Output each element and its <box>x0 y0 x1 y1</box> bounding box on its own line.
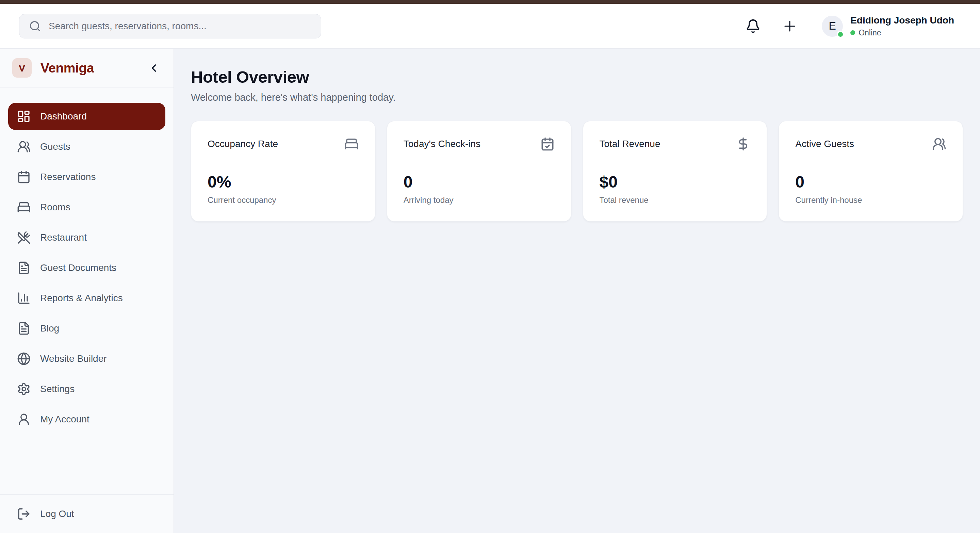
users-icon <box>17 140 30 153</box>
users-icon <box>932 137 946 151</box>
card-caption: Total revenue <box>600 196 751 205</box>
sidebar-item-blog[interactable]: Blog <box>8 315 165 342</box>
card-value: 0 <box>795 173 946 191</box>
user-icon <box>17 412 30 426</box>
bed-icon <box>17 200 30 214</box>
app-root: E Edidiong Joseph Udoh Online V Venmiga <box>0 0 980 533</box>
online-status-dot <box>850 30 855 35</box>
search-icon <box>29 20 41 32</box>
dollar-icon <box>736 137 750 151</box>
sidebar-item-label: Reports & Analytics <box>40 293 123 304</box>
sidebar-item-label: Reservations <box>40 172 95 183</box>
quick-add-button[interactable] <box>782 18 798 34</box>
card-caption: Arriving today <box>404 196 555 205</box>
gear-icon <box>17 382 30 396</box>
sidebar-spacer <box>0 436 173 494</box>
sidebar-item-label: Guests <box>40 141 70 152</box>
card-value: $0 <box>600 173 751 191</box>
sidebar-item-guests[interactable]: Guests <box>8 133 165 160</box>
avatar-online-dot <box>837 31 844 38</box>
global-search[interactable] <box>19 14 321 38</box>
page-title: Hotel Overview <box>191 67 963 86</box>
user-name: Edidiong Joseph Udoh <box>850 14 954 26</box>
user-info: Edidiong Joseph Udoh Online <box>850 14 954 37</box>
sidebar-item-label: Blog <box>40 323 59 334</box>
card-title: Total Revenue <box>600 138 660 150</box>
card-title: Today's Check-ins <box>404 138 480 150</box>
card-title: Active Guests <box>795 138 854 150</box>
logout-button[interactable]: Log Out <box>0 494 173 533</box>
bell-icon <box>746 19 760 34</box>
brand-name: Venmiga <box>40 60 94 76</box>
bar-chart-icon <box>17 291 30 305</box>
user-avatar[interactable]: E <box>822 16 843 37</box>
bed-icon <box>344 137 359 151</box>
sidebar-item-label: My Account <box>40 414 89 425</box>
top-bar: E Edidiong Joseph Udoh Online <box>0 4 980 49</box>
user-status: Online <box>850 28 954 37</box>
sidebar-item-website-builder[interactable]: Website Builder <box>8 345 165 372</box>
stat-card-total-revenue: Total Revenue $0 Total revenue <box>583 121 767 221</box>
notifications-button[interactable] <box>746 19 760 34</box>
plus-icon <box>782 18 798 34</box>
card-value: 0 <box>404 173 555 191</box>
brand-header: V Venmiga <box>0 49 173 88</box>
sidebar-item-settings[interactable]: Settings <box>8 375 165 403</box>
sidebar-nav: Dashboard Guests Reservations Rooms Rest… <box>0 88 173 436</box>
dashboard-icon <box>17 110 30 123</box>
logout-icon <box>17 507 30 521</box>
sidebar-item-label: Dashboard <box>40 111 87 122</box>
stat-card-occupancy-rate: Occupancy Rate 0% Current occupancy <box>191 121 375 221</box>
card-title: Occupancy Rate <box>208 138 278 150</box>
brand-logo: V <box>12 58 32 78</box>
sidebar-item-label: Website Builder <box>40 353 107 364</box>
chevron-left-icon <box>148 62 160 74</box>
sidebar-item-reports-analytics[interactable]: Reports & Analytics <box>8 285 165 312</box>
sidebar-item-label: Settings <box>40 383 75 395</box>
browser-top-strip <box>0 0 980 4</box>
globe-icon <box>17 352 30 366</box>
sidebar-item-reservations[interactable]: Reservations <box>8 163 165 191</box>
file-text-icon <box>17 321 30 335</box>
logout-label: Log Out <box>40 509 74 519</box>
sidebar-item-label: Rooms <box>40 202 70 213</box>
sidebar-item-my-account[interactable]: My Account <box>8 406 165 433</box>
card-caption: Current occupancy <box>208 196 359 205</box>
card-caption: Currently in-house <box>795 196 946 205</box>
page-subtitle: Welcome back, here's what's happening to… <box>191 92 963 103</box>
online-status-label: Online <box>859 28 881 37</box>
stat-cards: Occupancy Rate 0% Current occupancy Toda… <box>191 121 963 221</box>
calendar-icon <box>17 170 30 184</box>
sidebar-item-rooms[interactable]: Rooms <box>8 194 165 221</box>
card-value: 0% <box>208 173 359 191</box>
stat-card-active-guests: Active Guests 0 Currently in-house <box>778 121 963 221</box>
sidebar-item-restaurant[interactable]: Restaurant <box>8 224 165 251</box>
stat-card-todays-checkins: Today's Check-ins 0 Arriving today <box>387 121 571 221</box>
sidebar-item-guest-documents[interactable]: Guest Documents <box>8 254 165 282</box>
main-content: Hotel Overview Welcome back, here's what… <box>174 49 980 533</box>
sidebar-item-dashboard[interactable]: Dashboard <box>8 103 165 130</box>
sidebar: V Venmiga Dashboard Guests Reservations <box>0 49 174 533</box>
sidebar-item-label: Guest Documents <box>40 263 116 273</box>
utensils-crossed-icon <box>17 231 30 244</box>
file-text-icon <box>17 261 30 275</box>
search-input[interactable] <box>49 21 311 32</box>
calendar-check-icon <box>540 137 555 151</box>
sidebar-collapse-button[interactable] <box>148 62 160 74</box>
topbar-right-cluster: E Edidiong Joseph Udoh Online <box>746 14 954 37</box>
sidebar-item-label: Restaurant <box>40 232 87 243</box>
